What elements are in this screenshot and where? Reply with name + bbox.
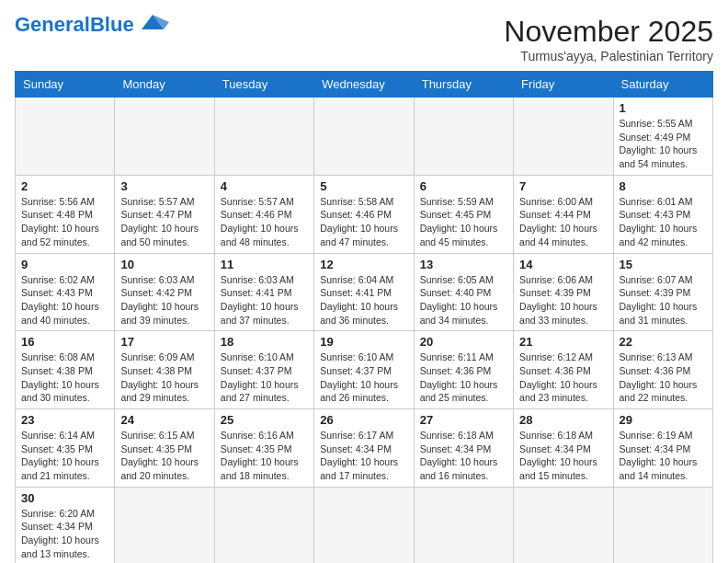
calendar-day-cell: 29Sunrise: 6:19 AM Sunset: 4:34 PM Dayli…: [613, 409, 712, 488]
day-info: Sunrise: 6:14 AM Sunset: 4:35 PM Dayligh…: [21, 429, 108, 483]
day-number: 14: [519, 258, 607, 271]
day-info: Sunrise: 6:02 AM Sunset: 4:43 PM Dayligh…: [21, 273, 108, 327]
calendar-day-cell: 5Sunrise: 5:58 AM Sunset: 4:46 PM Daylig…: [314, 175, 414, 253]
day-number: 29: [620, 413, 707, 427]
calendar-day-cell: 9Sunrise: 6:02 AM Sunset: 4:43 PM Daylig…: [16, 253, 115, 331]
day-number: 4: [221, 179, 308, 193]
calendar-day-cell: 18Sunrise: 6:10 AM Sunset: 4:37 PM Dayli…: [214, 331, 313, 409]
calendar-weekday-monday: Monday: [115, 72, 214, 98]
logo: GeneralBlue: [15, 15, 169, 35]
calendar-day-cell: [115, 487, 214, 563]
day-info: Sunrise: 6:16 AM Sunset: 4:35 PM Dayligh…: [221, 429, 308, 483]
day-info: Sunrise: 6:00 AM Sunset: 4:44 PM Dayligh…: [519, 195, 607, 249]
calendar-day-cell: 3Sunrise: 5:57 AM Sunset: 4:47 PM Daylig…: [115, 175, 214, 253]
day-number: 9: [21, 258, 108, 271]
calendar-day-cell: [115, 98, 214, 176]
calendar-weekday-wednesday: Wednesday: [314, 72, 414, 98]
day-info: Sunrise: 6:08 AM Sunset: 4:38 PM Dayligh…: [21, 350, 108, 405]
calendar-day-cell: [414, 487, 513, 563]
calendar-day-cell: 15Sunrise: 6:07 AM Sunset: 4:39 PM Dayli…: [613, 253, 712, 331]
day-info: Sunrise: 6:11 AM Sunset: 4:36 PM Dayligh…: [420, 350, 507, 405]
day-info: Sunrise: 6:07 AM Sunset: 4:39 PM Dayligh…: [620, 273, 707, 327]
calendar-day-cell: [514, 487, 613, 563]
calendar-day-cell: 7Sunrise: 6:00 AM Sunset: 4:44 PM Daylig…: [514, 175, 613, 253]
calendar-day-cell: 19Sunrise: 6:10 AM Sunset: 4:37 PM Dayli…: [314, 331, 414, 409]
day-info: Sunrise: 6:04 AM Sunset: 4:41 PM Dayligh…: [320, 273, 407, 327]
day-info: Sunrise: 6:06 AM Sunset: 4:39 PM Dayligh…: [519, 273, 607, 327]
calendar-day-cell: [16, 98, 115, 176]
calendar-weekday-sunday: Sunday: [16, 72, 115, 98]
day-info: Sunrise: 5:55 AM Sunset: 4:49 PM Dayligh…: [620, 117, 707, 171]
day-info: Sunrise: 6:18 AM Sunset: 4:34 PM Dayligh…: [519, 429, 607, 483]
day-number: 30: [21, 491, 108, 505]
calendar-day-cell: 12Sunrise: 6:04 AM Sunset: 4:41 PM Dayli…: [314, 253, 414, 331]
calendar-day-cell: 2Sunrise: 5:56 AM Sunset: 4:48 PM Daylig…: [16, 175, 115, 253]
calendar-day-cell: 21Sunrise: 6:12 AM Sunset: 4:36 PM Dayli…: [514, 331, 613, 409]
day-info: Sunrise: 6:13 AM Sunset: 4:36 PM Dayligh…: [620, 350, 707, 405]
day-info: Sunrise: 6:01 AM Sunset: 4:43 PM Dayligh…: [620, 195, 707, 249]
day-number: 13: [420, 258, 507, 271]
calendar-week-row: 16Sunrise: 6:08 AM Sunset: 4:38 PM Dayli…: [16, 331, 713, 409]
day-number: 16: [21, 335, 108, 349]
calendar-day-cell: 20Sunrise: 6:11 AM Sunset: 4:36 PM Dayli…: [414, 331, 513, 409]
calendar-day-cell: 4Sunrise: 5:57 AM Sunset: 4:46 PM Daylig…: [214, 175, 313, 253]
calendar-day-cell: 26Sunrise: 6:17 AM Sunset: 4:34 PM Dayli…: [314, 409, 414, 488]
location-subtitle: Turmus'ayya, Palestinian Territory: [504, 49, 713, 63]
day-info: Sunrise: 6:12 AM Sunset: 4:36 PM Dayligh…: [519, 350, 607, 405]
day-number: 23: [21, 413, 108, 427]
day-info: Sunrise: 6:17 AM Sunset: 4:34 PM Dayligh…: [320, 429, 407, 483]
day-info: Sunrise: 5:56 AM Sunset: 4:48 PM Dayligh…: [21, 195, 108, 249]
day-info: Sunrise: 6:10 AM Sunset: 4:37 PM Dayligh…: [221, 350, 308, 405]
calendar-day-cell: [214, 487, 313, 563]
day-number: 28: [519, 413, 607, 427]
calendar-day-cell: 6Sunrise: 5:59 AM Sunset: 4:45 PM Daylig…: [414, 175, 513, 253]
day-number: 8: [620, 179, 707, 193]
day-number: 10: [120, 258, 208, 271]
day-info: Sunrise: 5:59 AM Sunset: 4:45 PM Dayligh…: [420, 195, 507, 249]
calendar-day-cell: [314, 98, 414, 176]
day-info: Sunrise: 6:03 AM Sunset: 4:42 PM Dayligh…: [120, 273, 208, 327]
calendar-week-row: 9Sunrise: 6:02 AM Sunset: 4:43 PM Daylig…: [16, 253, 713, 331]
calendar-day-cell: 8Sunrise: 6:01 AM Sunset: 4:43 PM Daylig…: [613, 175, 712, 253]
calendar-week-row: 23Sunrise: 6:14 AM Sunset: 4:35 PM Dayli…: [16, 409, 713, 488]
logo-icon: [136, 13, 169, 33]
page-header: GeneralBlue November 2025 Turmus'ayya, P…: [15, 15, 713, 63]
calendar-day-cell: 28Sunrise: 6:18 AM Sunset: 4:34 PM Dayli…: [514, 409, 613, 488]
calendar-day-cell: [613, 487, 712, 563]
day-number: 17: [120, 335, 208, 349]
day-number: 12: [320, 258, 407, 271]
calendar-day-cell: [314, 487, 414, 563]
day-info: Sunrise: 6:09 AM Sunset: 4:38 PM Dayligh…: [120, 350, 208, 405]
day-number: 1: [620, 101, 707, 115]
day-number: 18: [221, 335, 308, 349]
calendar-day-cell: [214, 98, 313, 176]
calendar-week-row: 1Sunrise: 5:55 AM Sunset: 4:49 PM Daylig…: [16, 98, 713, 176]
calendar-day-cell: 24Sunrise: 6:15 AM Sunset: 4:35 PM Dayli…: [115, 409, 214, 488]
calendar-header-row: SundayMondayTuesdayWednesdayThursdayFrid…: [16, 72, 713, 98]
calendar-day-cell: 1Sunrise: 5:55 AM Sunset: 4:49 PM Daylig…: [613, 98, 712, 176]
day-info: Sunrise: 5:57 AM Sunset: 4:47 PM Dayligh…: [120, 195, 208, 249]
calendar-week-row: 2Sunrise: 5:56 AM Sunset: 4:48 PM Daylig…: [16, 175, 713, 253]
calendar-weekday-tuesday: Tuesday: [214, 72, 313, 98]
calendar-day-cell: 14Sunrise: 6:06 AM Sunset: 4:39 PM Dayli…: [514, 253, 613, 331]
day-info: Sunrise: 6:20 AM Sunset: 4:34 PM Dayligh…: [21, 507, 108, 561]
day-number: 6: [420, 179, 507, 193]
calendar-day-cell: 11Sunrise: 6:03 AM Sunset: 4:41 PM Dayli…: [214, 253, 313, 331]
calendar-weekday-saturday: Saturday: [613, 72, 712, 98]
day-info: Sunrise: 5:57 AM Sunset: 4:46 PM Dayligh…: [221, 195, 308, 249]
day-number: 7: [519, 179, 607, 193]
calendar-weekday-friday: Friday: [514, 72, 613, 98]
month-title: November 2025: [504, 15, 713, 49]
day-number: 11: [221, 258, 308, 271]
calendar-weekday-thursday: Thursday: [414, 72, 513, 98]
day-info: Sunrise: 6:19 AM Sunset: 4:34 PM Dayligh…: [620, 429, 707, 483]
calendar-week-row: 30Sunrise: 6:20 AM Sunset: 4:34 PM Dayli…: [16, 487, 713, 563]
day-info: Sunrise: 5:58 AM Sunset: 4:46 PM Dayligh…: [320, 195, 407, 249]
calendar-day-cell: 25Sunrise: 6:16 AM Sunset: 4:35 PM Dayli…: [214, 409, 313, 488]
calendar-day-cell: [514, 98, 613, 176]
day-number: 3: [120, 179, 208, 193]
day-info: Sunrise: 6:05 AM Sunset: 4:40 PM Dayligh…: [420, 273, 507, 327]
calendar-day-cell: 13Sunrise: 6:05 AM Sunset: 4:40 PM Dayli…: [414, 253, 513, 331]
title-section: November 2025 Turmus'ayya, Palestinian T…: [504, 15, 713, 63]
day-number: 24: [120, 413, 208, 427]
